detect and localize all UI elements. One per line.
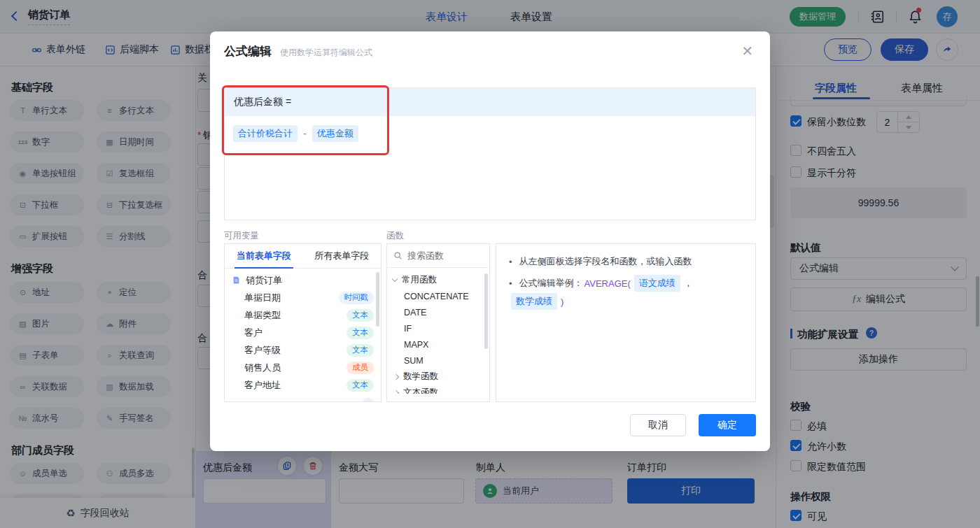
type-badge: 文本 <box>346 327 374 339</box>
chevron-down-icon <box>392 276 398 282</box>
modal-title: 公式编辑 <box>224 43 272 59</box>
function-group-common[interactable]: 常用函数 <box>387 272 489 288</box>
type-badge: 文本 <box>346 344 374 357</box>
bullet-icon: • <box>509 257 512 267</box>
type-badge: 文本 <box>346 379 374 392</box>
functions-scrollbar[interactable] <box>484 273 488 349</box>
function-item[interactable]: CONCATENATE <box>387 288 489 304</box>
function-item[interactable]: DATE <box>387 304 489 320</box>
type-badge: 时间戳 <box>339 292 374 304</box>
variables-active-tab-underline <box>234 267 293 269</box>
search-icon <box>393 251 402 260</box>
help-line-1: • 从左侧面板选择字段名和函数，或输入函数 <box>509 255 743 268</box>
variable-item-partial <box>225 394 381 401</box>
close-icon[interactable]: ✕ <box>741 44 753 58</box>
functions-panel: 常用函数 CONCATENATE DATE IF MAPX SUM 数学函数 文… <box>386 243 490 402</box>
confirm-button[interactable]: 确定 <box>699 414 756 436</box>
variables-scrollbar[interactable] <box>376 272 379 327</box>
modal-subtitle: 使用数学运算符编辑公式 <box>280 47 372 59</box>
formula-target-row: 优惠后金额 = <box>225 88 755 116</box>
type-badge: 成员 <box>346 362 374 374</box>
function-item[interactable]: MAPX <box>387 336 489 352</box>
formula-chip-discount[interactable]: 优惠金额 <box>312 125 358 142</box>
type-badge: 文本 <box>346 309 374 322</box>
formula-editor-modal: 公式编辑 使用数学运算符编辑公式 ✕ 优惠后金额 = 合计价税合计 - 优惠金额… <box>210 31 770 451</box>
example-chip: 语文成绩 <box>634 275 680 292</box>
function-group-text[interactable]: 文本函数 <box>387 385 489 394</box>
variable-item[interactable]: 客户地址文本 <box>225 376 381 394</box>
function-name-open: AVERAGE( <box>584 278 631 289</box>
formula-target: 优惠后金额 = <box>234 96 291 108</box>
cancel-button[interactable]: 取消 <box>630 414 686 436</box>
functions-label: 函数 <box>386 230 404 242</box>
chevron-right-icon <box>393 390 399 394</box>
comma: ， <box>684 277 693 290</box>
function-search-input[interactable] <box>407 250 470 261</box>
formula-editor-area[interactable]: 优惠后金额 = 合计价税合计 - 优惠金额 <box>224 87 756 220</box>
function-group-math[interactable]: 数学函数 <box>387 369 489 385</box>
variable-item[interactable]: 销售人员成员 <box>225 359 381 376</box>
function-item[interactable]: SUM <box>387 352 489 369</box>
example-chip: 数学成绩 <box>511 293 557 310</box>
function-name-close: ) <box>561 297 564 307</box>
bullet-icon: • <box>509 278 512 289</box>
variables-panel: 当前表单字段 所有表单字段 销货订单 单据日期时间戳 单据类型文本 客户文本 客… <box>224 243 382 402</box>
variable-item[interactable]: 单据日期时间戳 <box>225 289 381 306</box>
formula-operator: - <box>303 128 307 139</box>
variables-label: 可用变量 <box>224 230 259 242</box>
document-icon <box>232 276 241 285</box>
variables-tree-root[interactable]: 销货订单 <box>225 271 381 289</box>
formula-chip-total[interactable]: 合计价税合计 <box>233 125 298 142</box>
variable-item[interactable]: 客户文本 <box>225 324 381 341</box>
variable-item[interactable]: 单据类型文本 <box>225 306 381 324</box>
help-panel: • 从左侧面板选择字段名和函数，或输入函数 • 公式编辑举例： AVERAGE(… <box>496 243 756 402</box>
variable-item[interactable]: 客户等级文本 <box>225 341 381 359</box>
chevron-right-icon <box>393 373 399 379</box>
tab-current-form-fields[interactable]: 当前表单字段 <box>225 244 303 268</box>
function-item[interactable]: IF <box>387 320 489 336</box>
help-line-2: • 公式编辑举例： AVERAGE( 语文成绩 ， 数学成绩 ) <box>509 275 743 310</box>
tab-all-form-fields[interactable]: 所有表单字段 <box>303 244 382 268</box>
